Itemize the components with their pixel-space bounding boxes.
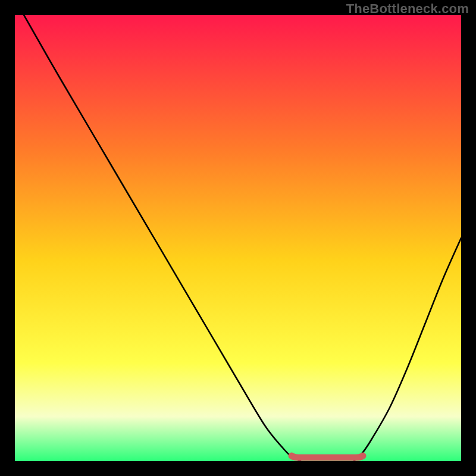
chart-frame: TheBottleneck.com — [0, 0, 476, 476]
plot-area — [15, 15, 461, 461]
bottleneck-curve — [15, 15, 461, 461]
